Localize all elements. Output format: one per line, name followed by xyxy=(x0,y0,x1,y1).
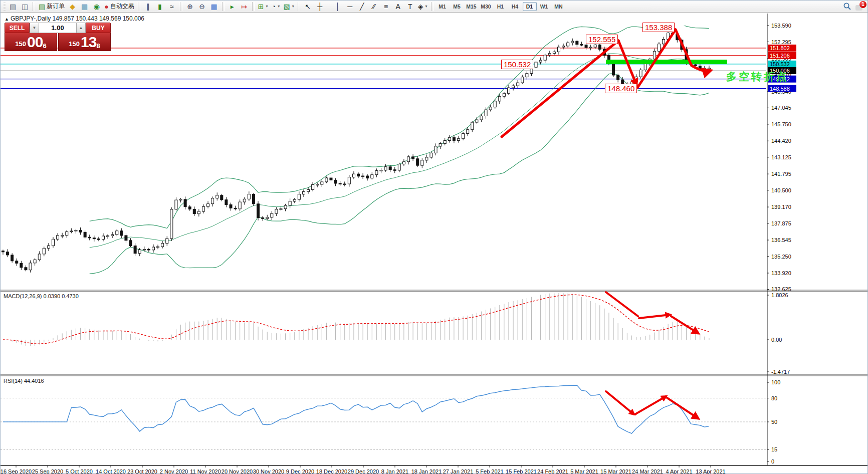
collapse-arrow-icon[interactable]: ▲ xyxy=(5,17,9,22)
buy-button[interactable]: BUY xyxy=(86,23,111,33)
timeframe-m1-button[interactable]: M1 xyxy=(436,2,450,11)
timeframe-m30-button[interactable]: M30 xyxy=(479,2,493,11)
cursor-button[interactable]: ↖ xyxy=(302,2,314,12)
label-button[interactable]: T xyxy=(404,2,416,12)
chart-window-button[interactable]: ▤ xyxy=(7,2,19,12)
sell-price-prefix: 150 xyxy=(15,39,26,50)
price-tick-label: 140.500 xyxy=(771,187,791,193)
rsi-axis-label: 100 xyxy=(771,379,780,385)
price-tick-label: 133.920 xyxy=(771,270,791,276)
trend-arrow xyxy=(635,396,666,414)
rsi-indicator-label: RSI(14) 44.4016 xyxy=(4,378,44,384)
toolbar-separator xyxy=(252,2,255,11)
buy-price-big: 13 xyxy=(81,35,96,50)
terminal-button[interactable]: ▦ xyxy=(79,2,90,12)
chevron-down-icon: ▾ xyxy=(425,4,427,9)
periods-button[interactable]: ◔▾ xyxy=(270,2,281,12)
price-tick-label: 137.875 xyxy=(771,220,791,226)
timeframe-m5-button[interactable]: M5 xyxy=(450,2,464,11)
signals-button[interactable]: ◉ xyxy=(91,2,102,12)
toolbar-separator xyxy=(180,2,182,11)
trend-arrow xyxy=(639,315,670,318)
price-line-badge: 151.206 xyxy=(770,53,790,59)
profile-window-button[interactable]: ◫ xyxy=(19,2,31,12)
zoom-in-button[interactable]: ⊕ xyxy=(184,2,196,12)
vertical-line-button[interactable]: │ xyxy=(332,2,344,12)
price-tick-label: 145.750 xyxy=(771,121,791,127)
horizontal-line-button[interactable]: ─ xyxy=(344,2,356,12)
text-icon: A xyxy=(396,3,400,10)
chart-shift-button[interactable]: ↦ xyxy=(239,2,250,12)
line-chart-button[interactable]: ≈ xyxy=(166,2,178,12)
trend-arrow xyxy=(676,30,710,71)
date-tick-label: 27 Jan 2021 xyxy=(443,468,474,474)
symbol-ohlc-text: GBPJPY-,Daily 149.857 150.443 149.569 15… xyxy=(11,15,144,22)
timeframe-m15-button[interactable]: M15 xyxy=(465,2,479,11)
trendline-button[interactable]: ╱ xyxy=(356,2,368,12)
volume-down-button[interactable]: ▼ xyxy=(30,23,39,33)
price-annotation-label[interactable]: 152.555 xyxy=(586,35,618,44)
toolbar-separator xyxy=(138,2,140,11)
bar-chart-button[interactable]: ∥ xyxy=(142,2,154,12)
price-annotation-label[interactable]: 148.460 xyxy=(605,84,637,93)
volume-input[interactable] xyxy=(39,23,76,33)
timeframe-h1-button[interactable]: H1 xyxy=(494,2,508,11)
search-icon[interactable] xyxy=(843,2,851,11)
date-tick-label: 2 Nov 2020 xyxy=(160,468,188,474)
price-tick-label: 132.625 xyxy=(771,286,791,292)
timeframe-w1-button[interactable]: W1 xyxy=(537,2,551,11)
arrows-button[interactable]: ◈▾ xyxy=(416,2,429,12)
price-annotation-label[interactable]: 153.388 xyxy=(642,23,675,32)
tile-windows-button[interactable]: ▦ xyxy=(208,2,220,12)
date-tick-label: 15 Mar 2021 xyxy=(600,468,631,474)
crosshair-icon: ┼ xyxy=(317,3,322,10)
price-line-badge: 151.802 xyxy=(770,45,790,51)
price-annotation-label[interactable]: 150.532 xyxy=(501,60,533,69)
candle-chart-icon: ▮ xyxy=(158,3,162,10)
fibonacci-icon: ≡ xyxy=(384,3,388,10)
zoom-in-icon: ⊕ xyxy=(187,3,193,10)
autotrading-icon: ● xyxy=(104,3,108,10)
date-tick-label: 18 Jan 2021 xyxy=(411,468,442,474)
sell-price-display[interactable]: 150006 xyxy=(5,33,57,51)
crosshair-button[interactable]: ┼ xyxy=(314,2,326,12)
autotrading-button[interactable]: ●自动交易 xyxy=(103,2,135,12)
fibonacci-button[interactable]: ≡ xyxy=(380,2,392,12)
notification-badge: 1 xyxy=(859,1,866,8)
timeframe-mn-button[interactable]: MN xyxy=(552,2,566,11)
volume-up-button[interactable]: ▲ xyxy=(76,23,86,33)
new-order-button[interactable]: ▤新订单 xyxy=(37,2,66,12)
notifications-button[interactable]: 1 xyxy=(855,2,865,11)
date-tick-label: 14 Oct 2020 xyxy=(96,468,126,474)
buy-price-prefix: 150 xyxy=(69,39,80,50)
templates-button[interactable]: ▧▾ xyxy=(282,2,295,12)
date-tick-label: 11 Nov 2020 xyxy=(190,468,221,474)
text-button[interactable]: A xyxy=(392,2,404,12)
zoom-out-button[interactable]: ⊖ xyxy=(196,2,208,12)
market-watch-button[interactable]: ◆ xyxy=(67,2,78,12)
date-tick-label: 4 Apr 2021 xyxy=(666,468,692,474)
candle-chart-button[interactable]: ▮ xyxy=(154,2,166,12)
price-tick-label: 135.250 xyxy=(771,254,791,260)
chart-shift-icon: ↦ xyxy=(241,3,247,10)
indicators-button[interactable]: ⊞▾ xyxy=(257,2,270,12)
price-line-badge: 148.588 xyxy=(770,86,790,92)
channel-button[interactable]: ⁄⁄ xyxy=(368,2,380,12)
sell-button[interactable]: SELL xyxy=(5,23,30,33)
new-order-button-label: 新订单 xyxy=(47,2,65,11)
rsi-plot xyxy=(3,385,709,433)
candlestick-plot xyxy=(2,25,711,274)
timeframe-d1-button[interactable]: D1 xyxy=(523,2,537,11)
date-tick-label: 20 Nov 2020 xyxy=(222,468,253,474)
toolbar-grip xyxy=(4,3,6,11)
buy-price-display[interactable]: 150138 xyxy=(58,33,111,51)
indicators-icon: ⊞ xyxy=(258,3,264,10)
label-icon: T xyxy=(408,3,412,10)
chevron-down-icon: ▾ xyxy=(278,4,280,9)
macd-indicator-label: MACD(12,26,9) 0.0390 0.4730 xyxy=(4,293,79,299)
auto-scroll-button[interactable]: ▸ xyxy=(227,2,238,12)
macd-axis-label: -1.4717 xyxy=(771,369,790,375)
autotrading-button-label: 自动交易 xyxy=(110,2,134,11)
date-tick-label: 30 Nov 2020 xyxy=(253,468,284,474)
timeframe-h4-button[interactable]: H4 xyxy=(508,2,522,11)
